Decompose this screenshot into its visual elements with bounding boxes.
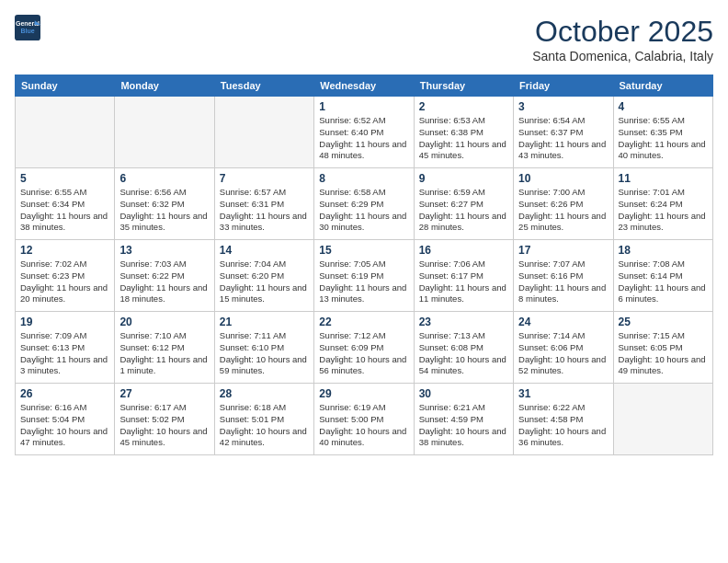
date-number: 20 xyxy=(119,316,209,328)
svg-text:Blue: Blue xyxy=(20,28,34,34)
week-row-5: 26Sunrise: 6:16 AM Sunset: 5:04 PM Dayli… xyxy=(16,384,713,455)
calendar-cell: 28Sunrise: 6:18 AM Sunset: 5:01 PM Dayli… xyxy=(214,384,313,455)
date-number: 14 xyxy=(220,244,309,257)
day-header-sunday: Sunday xyxy=(16,75,115,97)
cell-daylight-text: Sunrise: 7:02 AM Sunset: 6:23 PM Dayligh… xyxy=(20,259,109,305)
date-number: 19 xyxy=(20,316,109,328)
location-subtitle: Santa Domenica, Calabria, Italy xyxy=(532,49,713,63)
cell-daylight-text: Sunrise: 7:06 AM Sunset: 6:17 PM Dayligh… xyxy=(419,259,508,305)
cell-daylight-text: Sunrise: 6:59 AM Sunset: 6:27 PM Dayligh… xyxy=(419,187,508,234)
date-number: 4 xyxy=(619,100,708,113)
date-number: 24 xyxy=(518,316,608,328)
page-header: General Blue October 2025 Santa Domenica… xyxy=(15,15,713,63)
calendar-cell: 7Sunrise: 6:57 AM Sunset: 6:31 PM Daylig… xyxy=(214,168,313,240)
calendar-cell xyxy=(214,97,313,168)
day-header-row: SundayMondayTuesdayWednesdayThursdayFrid… xyxy=(16,75,713,97)
cell-daylight-text: Sunrise: 7:13 AM Sunset: 6:08 PM Dayligh… xyxy=(419,330,508,377)
cell-daylight-text: Sunrise: 6:17 AM Sunset: 5:02 PM Dayligh… xyxy=(119,402,209,449)
cell-daylight-text: Sunrise: 6:56 AM Sunset: 6:32 PM Dayligh… xyxy=(119,187,209,234)
calendar-cell: 29Sunrise: 6:19 AM Sunset: 5:00 PM Dayli… xyxy=(314,384,414,455)
calendar-cell xyxy=(613,384,712,455)
date-number: 26 xyxy=(20,387,109,400)
cell-daylight-text: Sunrise: 6:55 AM Sunset: 6:34 PM Dayligh… xyxy=(20,187,109,234)
cell-daylight-text: Sunrise: 7:10 AM Sunset: 6:12 PM Dayligh… xyxy=(119,330,209,377)
calendar-cell: 31Sunrise: 6:22 AM Sunset: 4:58 PM Dayli… xyxy=(514,384,613,455)
cell-daylight-text: Sunrise: 7:11 AM Sunset: 6:10 PM Dayligh… xyxy=(220,330,309,377)
calendar-cell: 12Sunrise: 7:02 AM Sunset: 6:23 PM Dayli… xyxy=(16,240,115,312)
calendar-cell: 9Sunrise: 6:59 AM Sunset: 6:27 PM Daylig… xyxy=(414,168,513,240)
date-number: 7 xyxy=(220,172,309,185)
date-number: 30 xyxy=(419,387,508,400)
logo-icon: General Blue xyxy=(15,15,40,40)
calendar-cell: 20Sunrise: 7:10 AM Sunset: 6:12 PM Dayli… xyxy=(115,312,214,384)
calendar-cell: 15Sunrise: 7:05 AM Sunset: 6:19 PM Dayli… xyxy=(314,240,414,312)
date-number: 28 xyxy=(220,387,309,400)
date-number: 2 xyxy=(419,100,508,113)
date-number: 27 xyxy=(119,387,209,400)
cell-daylight-text: Sunrise: 6:58 AM Sunset: 6:29 PM Dayligh… xyxy=(319,187,408,234)
date-number: 1 xyxy=(319,100,408,113)
date-number: 21 xyxy=(220,316,309,328)
cell-daylight-text: Sunrise: 6:55 AM Sunset: 6:35 PM Dayligh… xyxy=(619,115,708,162)
cell-daylight-text: Sunrise: 7:12 AM Sunset: 6:09 PM Dayligh… xyxy=(319,330,408,377)
date-number: 29 xyxy=(319,387,408,400)
week-row-2: 5Sunrise: 6:55 AM Sunset: 6:34 PM Daylig… xyxy=(16,168,713,240)
calendar-cell: 2Sunrise: 6:53 AM Sunset: 6:38 PM Daylig… xyxy=(414,97,513,168)
date-number: 15 xyxy=(319,244,408,257)
date-number: 8 xyxy=(319,172,408,185)
cell-daylight-text: Sunrise: 6:19 AM Sunset: 5:00 PM Dayligh… xyxy=(319,402,408,449)
day-header-monday: Monday xyxy=(115,75,214,97)
calendar-table: SundayMondayTuesdayWednesdayThursdayFrid… xyxy=(15,75,713,455)
date-number: 13 xyxy=(119,244,209,257)
date-number: 10 xyxy=(518,172,608,185)
date-number: 18 xyxy=(619,244,708,257)
date-number: 23 xyxy=(419,316,508,328)
cell-daylight-text: Sunrise: 6:57 AM Sunset: 6:31 PM Dayligh… xyxy=(220,187,309,234)
date-number: 22 xyxy=(319,316,408,328)
date-number: 6 xyxy=(119,172,209,185)
date-number: 25 xyxy=(619,316,708,328)
calendar-cell: 19Sunrise: 7:09 AM Sunset: 6:13 PM Dayli… xyxy=(16,312,115,384)
calendar-cell: 8Sunrise: 6:58 AM Sunset: 6:29 PM Daylig… xyxy=(314,168,414,240)
week-row-1: 1Sunrise: 6:52 AM Sunset: 6:40 PM Daylig… xyxy=(16,97,713,168)
cell-daylight-text: Sunrise: 7:04 AM Sunset: 6:20 PM Dayligh… xyxy=(220,259,309,305)
calendar-cell: 24Sunrise: 7:14 AM Sunset: 6:06 PM Dayli… xyxy=(514,312,613,384)
calendar-cell: 4Sunrise: 6:55 AM Sunset: 6:35 PM Daylig… xyxy=(613,97,712,168)
calendar-cell: 17Sunrise: 7:07 AM Sunset: 6:16 PM Dayli… xyxy=(514,240,613,312)
cell-daylight-text: Sunrise: 7:14 AM Sunset: 6:06 PM Dayligh… xyxy=(518,330,608,377)
day-header-friday: Friday xyxy=(514,75,613,97)
date-number: 31 xyxy=(518,387,608,400)
day-header-tuesday: Tuesday xyxy=(214,75,313,97)
day-header-saturday: Saturday xyxy=(613,75,712,97)
date-number: 3 xyxy=(518,100,608,113)
cell-daylight-text: Sunrise: 7:05 AM Sunset: 6:19 PM Dayligh… xyxy=(319,259,408,305)
date-number: 11 xyxy=(619,172,708,185)
cell-daylight-text: Sunrise: 6:22 AM Sunset: 4:58 PM Dayligh… xyxy=(518,402,608,449)
calendar-cell: 11Sunrise: 7:01 AM Sunset: 6:24 PM Dayli… xyxy=(613,168,712,240)
cell-daylight-text: Sunrise: 7:03 AM Sunset: 6:22 PM Dayligh… xyxy=(119,259,209,305)
calendar-cell: 16Sunrise: 7:06 AM Sunset: 6:17 PM Dayli… xyxy=(414,240,513,312)
month-title: October 2025 xyxy=(532,15,713,49)
calendar-cell: 13Sunrise: 7:03 AM Sunset: 6:22 PM Dayli… xyxy=(115,240,214,312)
calendar-cell xyxy=(115,97,214,168)
calendar-cell: 14Sunrise: 7:04 AM Sunset: 6:20 PM Dayli… xyxy=(214,240,313,312)
title-block: October 2025 Santa Domenica, Calabria, I… xyxy=(532,15,713,63)
day-header-thursday: Thursday xyxy=(414,75,513,97)
date-number: 17 xyxy=(518,244,608,257)
cell-daylight-text: Sunrise: 6:52 AM Sunset: 6:40 PM Dayligh… xyxy=(319,115,408,162)
calendar-cell: 22Sunrise: 7:12 AM Sunset: 6:09 PM Dayli… xyxy=(314,312,414,384)
cell-daylight-text: Sunrise: 6:21 AM Sunset: 4:59 PM Dayligh… xyxy=(419,402,508,449)
calendar-cell: 21Sunrise: 7:11 AM Sunset: 6:10 PM Dayli… xyxy=(214,312,313,384)
week-row-4: 19Sunrise: 7:09 AM Sunset: 6:13 PM Dayli… xyxy=(16,312,713,384)
calendar-cell: 10Sunrise: 7:00 AM Sunset: 6:26 PM Dayli… xyxy=(514,168,613,240)
cell-daylight-text: Sunrise: 6:54 AM Sunset: 6:37 PM Dayligh… xyxy=(518,115,608,162)
cell-daylight-text: Sunrise: 7:01 AM Sunset: 6:24 PM Dayligh… xyxy=(619,187,708,234)
calendar-cell: 1Sunrise: 6:52 AM Sunset: 6:40 PM Daylig… xyxy=(314,97,414,168)
cell-daylight-text: Sunrise: 7:15 AM Sunset: 6:05 PM Dayligh… xyxy=(619,330,708,377)
date-number: 16 xyxy=(419,244,508,257)
cell-daylight-text: Sunrise: 7:07 AM Sunset: 6:16 PM Dayligh… xyxy=(518,259,608,305)
date-number: 5 xyxy=(20,172,109,185)
calendar-cell: 26Sunrise: 6:16 AM Sunset: 5:04 PM Dayli… xyxy=(16,384,115,455)
date-number: 9 xyxy=(419,172,508,185)
calendar-cell: 27Sunrise: 6:17 AM Sunset: 5:02 PM Dayli… xyxy=(115,384,214,455)
